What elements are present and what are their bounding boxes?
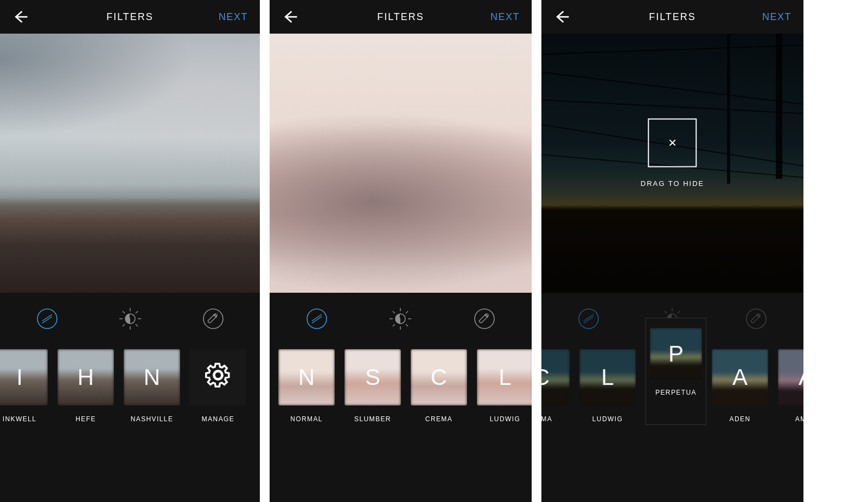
preview-image xyxy=(0,34,260,293)
preview-image xyxy=(270,34,532,293)
filter-tab-button[interactable] xyxy=(573,304,604,334)
svg-line-18 xyxy=(406,324,408,326)
filter-thumb-letter: I xyxy=(0,349,48,406)
app-header: FILTERS NEXT xyxy=(270,0,532,34)
filter-amaro-partial[interactable]: A AMAR xyxy=(778,349,803,423)
filter-label: AMAR xyxy=(795,415,803,423)
svg-line-28 xyxy=(665,311,667,313)
drag-to-hide-label: DRAG TO HIDE xyxy=(641,179,704,187)
screen-filters-pink: FILTERS NEXT N NORMAL xyxy=(270,0,532,502)
filter-thumb-letter: C xyxy=(411,349,467,406)
hide-drop-zone[interactable]: × xyxy=(648,118,697,167)
filter-tab-button[interactable] xyxy=(32,304,62,334)
svg-line-17 xyxy=(393,311,395,313)
drag-to-hide-target[interactable]: × DRAG TO HIDE xyxy=(641,118,704,187)
filter-thumb-letter: P xyxy=(650,328,702,380)
tools-tab-button[interactable] xyxy=(198,304,228,334)
svg-point-32 xyxy=(746,309,766,329)
back-button[interactable] xyxy=(551,6,573,28)
filter-hefe[interactable]: H HEFE xyxy=(58,349,114,423)
filter-nashville[interactable]: N NASHVILLE xyxy=(124,349,180,423)
svg-line-7 xyxy=(136,324,138,326)
filter-thumb-letter: S xyxy=(344,349,401,406)
screen-filters-draghide: FILTERS NEXT × DRAG TO HIDE xyxy=(541,0,803,502)
filter-thumb-letter: A xyxy=(712,349,768,406)
filter-crema-partial[interactable]: C REMA xyxy=(541,349,570,423)
svg-point-0 xyxy=(37,309,57,329)
back-arrow-icon xyxy=(282,9,298,25)
filter-manage[interactable]: MANAGE xyxy=(190,349,246,423)
svg-line-6 xyxy=(123,311,125,313)
filter-normal[interactable]: N NORMAL xyxy=(278,349,335,423)
filter-label: NORMAL xyxy=(290,415,323,423)
next-button[interactable]: NEXT xyxy=(762,11,792,23)
filter-thumb-letter: C xyxy=(541,349,570,406)
next-button[interactable]: NEXT xyxy=(219,11,248,23)
screen-filters-beach: FILTERS NEXT I INKWELL xyxy=(0,0,260,502)
filter-thumb-letter: L xyxy=(477,349,532,406)
filter-label: LUDWIG xyxy=(490,415,520,423)
filter-thumb-letter: N xyxy=(124,349,180,406)
svg-point-11 xyxy=(307,309,327,329)
filter-tab-button[interactable] xyxy=(302,304,332,334)
filter-label: NASHVILLE xyxy=(131,415,174,423)
svg-point-22 xyxy=(579,309,598,329)
filter-thumb-letter: L xyxy=(579,349,636,406)
filter-ludwig[interactable]: L LUDWIG xyxy=(477,349,532,423)
close-icon: × xyxy=(668,134,676,151)
edit-tools-row xyxy=(0,293,260,345)
filter-label: REMA xyxy=(541,415,552,423)
filter-label: CREMA xyxy=(425,415,452,423)
svg-line-19 xyxy=(393,324,395,326)
back-arrow-icon xyxy=(12,9,29,25)
filter-thumb-letter: H xyxy=(58,349,114,406)
svg-line-9 xyxy=(136,311,138,313)
svg-line-31 xyxy=(678,311,680,313)
photo-preview[interactable]: × DRAG TO HIDE xyxy=(541,34,803,293)
svg-point-10 xyxy=(203,309,223,329)
filter-thumb-letter: A xyxy=(778,349,803,406)
filter-label: PERPETUA xyxy=(655,389,697,396)
dragged-filter-tile[interactable]: P PERPETUA xyxy=(646,318,706,425)
photo-preview[interactable] xyxy=(0,34,260,293)
filter-label: ADEN xyxy=(730,415,751,423)
gear-icon xyxy=(203,360,233,395)
filter-strip[interactable]: I INKWELL H HEFE N NASHVILLE xyxy=(0,345,260,480)
header-title: FILTERS xyxy=(649,11,696,23)
lux-button[interactable] xyxy=(115,304,145,334)
filter-label: LUDWIG xyxy=(592,415,623,423)
header-title: FILTERS xyxy=(377,11,424,23)
svg-point-21 xyxy=(475,309,494,329)
back-arrow-icon xyxy=(554,9,570,25)
back-button[interactable] xyxy=(10,6,31,28)
tools-tab-button[interactable] xyxy=(741,304,771,334)
filter-crema[interactable]: C CREMA xyxy=(411,349,467,423)
filter-slumber[interactable]: S SLUMBER xyxy=(344,349,401,423)
svg-line-8 xyxy=(123,324,125,326)
edit-tools-row xyxy=(270,293,532,345)
filter-inkwell[interactable]: I INKWELL xyxy=(0,349,48,423)
app-header: FILTERS NEXT xyxy=(541,0,803,34)
filter-label: HEFE xyxy=(75,415,96,423)
filter-thumb-letter: N xyxy=(278,349,335,406)
back-button[interactable] xyxy=(279,6,301,28)
tools-tab-button[interactable] xyxy=(469,304,500,334)
next-button[interactable]: NEXT xyxy=(490,11,520,23)
app-header: FILTERS NEXT xyxy=(0,0,260,34)
svg-line-20 xyxy=(406,311,408,313)
filter-label: MANAGE xyxy=(202,415,234,423)
filter-strip[interactable]: N NORMAL S SLUMBER C CREMA L LUDWIG xyxy=(270,345,532,480)
header-title: FILTERS xyxy=(106,11,154,23)
filter-ludwig[interactable]: L LUDWIG xyxy=(579,349,636,423)
lux-button[interactable] xyxy=(385,304,416,334)
filter-label: SLUMBER xyxy=(354,415,391,423)
photo-preview[interactable] xyxy=(270,34,532,293)
filter-label: INKWELL xyxy=(3,415,36,423)
filter-aden[interactable]: A ADEN xyxy=(712,349,768,423)
